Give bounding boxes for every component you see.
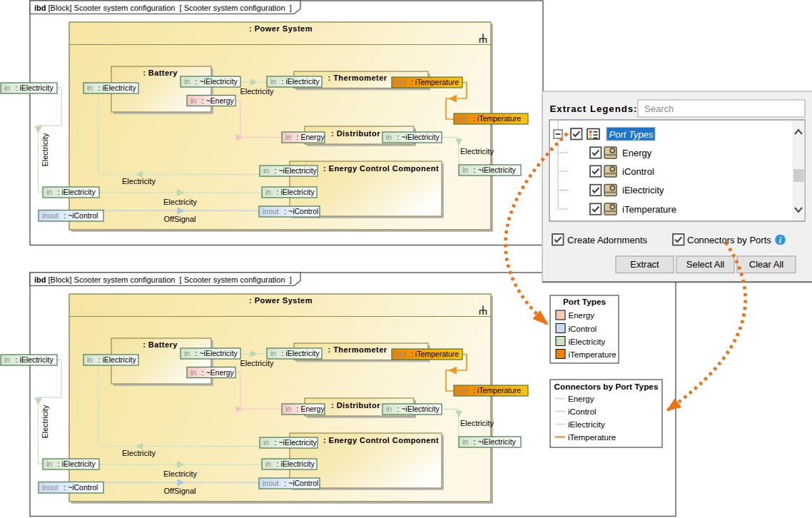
svg-text:iElectricity: iElectricity (569, 337, 606, 346)
svg-text:inout : ~iControl: inout : ~iControl (263, 207, 318, 215)
svg-text:Extract Legends:: Extract Legends: (550, 103, 638, 114)
svg-text:iTemperature: iTemperature (568, 433, 616, 442)
svg-text:: Distributor: : Distributor (331, 129, 380, 138)
svg-text:Energy: Energy (568, 395, 594, 403)
svg-text:: Energy Control Component: : Energy Control Component (323, 164, 439, 173)
svg-text:inout : ~iControl: inout : ~iControl (42, 211, 98, 220)
svg-text:ibd [Block] Scooter system con: ibd [Block] Scooter system configuration… (34, 275, 292, 284)
svg-text:Clear All: Clear All (749, 259, 784, 270)
svg-text:Electricity: Electricity (163, 198, 198, 206)
svg-text:Connectors by Ports: Connectors by Ports (687, 235, 771, 245)
svg-text:out : iTemperature: out : iTemperature (395, 78, 459, 86)
svg-text:Electricity: Electricity (240, 87, 274, 96)
svg-text:iControl: iControl (569, 325, 597, 333)
svg-text:out : iTemperature: out : iTemperature (457, 114, 521, 123)
svg-text:iElectricity: iElectricity (622, 185, 664, 195)
svg-text:Port Types: Port Types (609, 129, 654, 140)
svg-text:iTemperature: iTemperature (569, 350, 616, 359)
svg-text:Port Types: Port Types (563, 297, 607, 307)
svg-text:iControl: iControl (568, 407, 597, 416)
svg-text:Extract: Extract (630, 259, 659, 270)
svg-text:: Battery: : Battery (143, 68, 178, 77)
svg-text:Electricity: Electricity (460, 147, 494, 156)
svg-text:ibd [Block] Scooter system con: ibd [Block] Scooter system configuration… (34, 4, 292, 12)
svg-text:: Power System: : Power System (249, 24, 313, 33)
svg-text:Search: Search (644, 103, 674, 114)
svg-text:Electricity: Electricity (122, 177, 156, 186)
svg-text:iTemperature: iTemperature (622, 204, 676, 215)
svg-text:Connectors by Port Types: Connectors by Port Types (554, 382, 659, 392)
svg-text:iElectricity: iElectricity (568, 420, 605, 429)
svg-text:: Thermometer: : Thermometer (328, 73, 387, 82)
svg-text:Electricity: Electricity (41, 133, 49, 167)
svg-text:Select All: Select All (686, 259, 725, 270)
svg-text:Energy: Energy (569, 311, 595, 320)
svg-text:OffSignal: OffSignal (164, 215, 196, 223)
svg-text:Energy: Energy (622, 148, 652, 158)
svg-text:Create Adornments: Create Adornments (567, 235, 648, 245)
svg-text:iControl: iControl (622, 166, 654, 177)
